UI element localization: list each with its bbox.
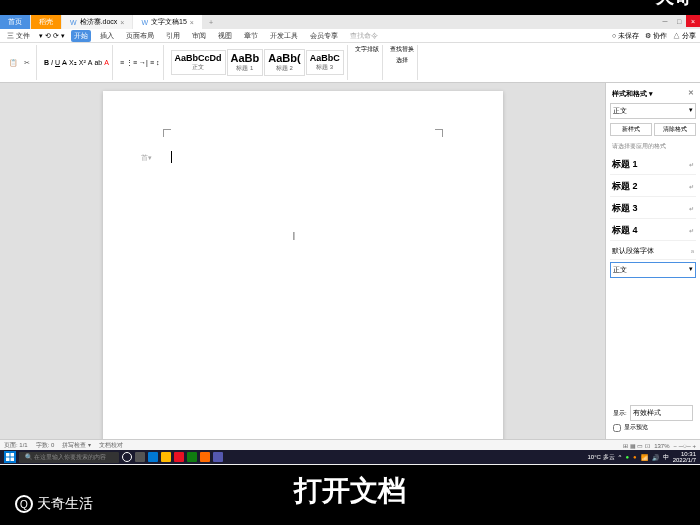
share-button[interactable]: △ 分享 (673, 31, 696, 41)
maximize-button[interactable]: □ (672, 15, 686, 27)
ime-icon[interactable]: 中 (663, 453, 669, 462)
taskbar-search[interactable]: 🔍 在这里输入你要搜索的内容 (19, 452, 119, 463)
app-window: 首页 稻壳 W检济寨.docx× W文字文稿15× + ─ □ × 三 文件 ▾… (0, 15, 700, 465)
menu-layout[interactable]: 页面布局 (123, 30, 157, 42)
tab-doc1[interactable]: W检济寨.docx× (62, 15, 132, 29)
styles-panel: 样式和格式 ▾ ✕ 正文▾ 新样式 清除格式 请选择要应用的格式 标题 1↵ 标… (605, 83, 700, 439)
volume-icon[interactable]: 🔊 (652, 454, 659, 461)
text-layout-button[interactable]: 文字排版 (355, 45, 379, 54)
network-icon[interactable]: 📶 (641, 454, 648, 461)
spellcheck-toggle[interactable]: 拼写检查 ▾ (62, 441, 91, 450)
panel-close-button[interactable]: ✕ (688, 89, 694, 99)
menu-insert[interactable]: 插入 (97, 30, 117, 42)
tray-icon[interactable]: ● (633, 454, 637, 460)
indent-button[interactable]: →| (139, 59, 148, 66)
weather-widget[interactable]: 10°C 多云 (587, 453, 614, 462)
wps-icon[interactable] (200, 452, 210, 462)
app-icon[interactable] (174, 452, 184, 462)
view-buttons[interactable]: ⊞ ▦ ▭ ⊡ (623, 442, 650, 449)
menu-ref[interactable]: 引用 (163, 30, 183, 42)
sub-button[interactable]: X₂ (69, 59, 77, 67)
menu-view[interactable]: 视图 (215, 30, 235, 42)
select-button[interactable]: 选择 (396, 56, 408, 65)
search-command[interactable]: 查找命令 (347, 30, 381, 42)
explorer-icon[interactable] (161, 452, 171, 462)
highlight-button[interactable]: ab (94, 59, 102, 66)
menu-section[interactable]: 章节 (241, 30, 261, 42)
tray-icon[interactable]: ● (625, 454, 629, 460)
document-canvas[interactable]: 首▾ I (0, 83, 605, 439)
style-heading1[interactable]: 标题 1↵ (610, 155, 696, 175)
font-color-button[interactable]: A (104, 59, 109, 66)
clear-format-button[interactable]: A (88, 59, 93, 66)
tab-doc2-active[interactable]: W文字文稿15× (133, 15, 202, 29)
video-subtitle: 打开文档 (294, 472, 406, 510)
menu-bar: 三 文件 ▾ ⟲ ⟳ ▾ 开始 插入 页面布局 引用 审阅 视图 章节 开发工具… (0, 29, 700, 43)
content-area: 首▾ I 样式和格式 ▾ ✕ 正文▾ 新样式 清除格式 请选择要应用的格式 标题… (0, 83, 700, 439)
zoom-level[interactable]: 137% (654, 443, 669, 449)
sup-button[interactable]: X² (79, 59, 86, 66)
svg-rect-2 (6, 458, 10, 462)
style-heading4[interactable]: 标题 4↵ (610, 221, 696, 241)
paste-button[interactable]: 📋 (7, 57, 19, 69)
spacing-button[interactable]: ↕ (156, 59, 160, 66)
style-body-selected[interactable]: 正文▾ (610, 262, 696, 278)
zoom-slider[interactable]: − ─○─ + (674, 443, 696, 449)
svg-rect-0 (6, 453, 10, 457)
title-bar: 首页 稻壳 W检济寨.docx× W文字文稿15× + ─ □ × (0, 15, 700, 29)
brand-watermark: Q 天奇生活 (15, 495, 93, 513)
show-label: 显示: (613, 409, 627, 418)
tray-icon[interactable]: ^ (619, 454, 622, 460)
close-icon[interactable]: × (190, 19, 194, 26)
proofing-button[interactable]: 文档校对 (99, 441, 123, 450)
close-button[interactable]: × (686, 15, 700, 27)
style-gallery[interactable]: AaBbCcDd正文 AaBb标题 1 AaBb(标题 2 AaBbC标题 3 (168, 45, 348, 80)
minimize-button[interactable]: ─ (658, 15, 672, 27)
strike-button[interactable]: A̶ (62, 59, 67, 67)
start-button[interactable] (4, 451, 16, 463)
show-filter-dropdown[interactable]: 有效样式 (630, 405, 693, 421)
bold-button[interactable]: B (44, 59, 49, 66)
find-replace-button[interactable]: 查找替换 (390, 45, 414, 54)
clock-date[interactable]: 2022/1/7 (673, 457, 696, 463)
italic-button[interactable]: I (51, 59, 53, 66)
panel-hint: 请选择要应用的格式 (610, 140, 696, 153)
close-icon[interactable]: × (120, 19, 124, 26)
menu-file[interactable]: 三 文件 (4, 30, 33, 42)
tab-home[interactable]: 首页 (0, 15, 30, 29)
menu-review[interactable]: 审阅 (189, 30, 209, 42)
margin-marker (435, 129, 443, 137)
coop-button[interactable]: ⚙ 协作 (645, 31, 667, 41)
app-icon[interactable] (187, 452, 197, 462)
ibeam-cursor-icon: I (293, 231, 296, 242)
align-button[interactable]: ≡ (150, 59, 154, 66)
style-heading3[interactable]: 标题 3↵ (610, 199, 696, 219)
clear-format-button[interactable]: 清除格式 (654, 123, 696, 136)
brand-icon: Q (15, 495, 33, 513)
new-style-button[interactable]: 新样式 (610, 123, 652, 136)
svg-rect-3 (11, 458, 15, 462)
text-cursor (171, 151, 172, 163)
style-default-font[interactable]: 默认段落字体a (610, 243, 696, 260)
menu-member[interactable]: 会员专享 (307, 30, 341, 42)
tab-docer[interactable]: 稻壳 (31, 15, 61, 29)
list-button[interactable]: ≡ (120, 59, 124, 66)
watermark-logo: 天奇 (656, 0, 692, 9)
taskview-icon[interactable] (135, 452, 145, 462)
new-tab-button[interactable]: + (203, 17, 219, 28)
preview-checkbox[interactable] (613, 424, 621, 432)
underline-button[interactable]: U (55, 59, 60, 66)
menu-dev[interactable]: 开发工具 (267, 30, 301, 42)
style-heading2[interactable]: 标题 2↵ (610, 177, 696, 197)
numlist-button[interactable]: ⋮≡ (126, 59, 137, 67)
app-icon[interactable] (213, 452, 223, 462)
cut-button[interactable]: ✂ (21, 57, 33, 69)
current-style-dropdown[interactable]: 正文▾ (610, 103, 696, 119)
menu-start[interactable]: 开始 (71, 30, 91, 42)
svg-rect-1 (11, 453, 15, 457)
cortana-icon[interactable] (122, 452, 132, 462)
edge-icon[interactable] (148, 452, 158, 462)
word-count: 字数: 0 (36, 441, 55, 450)
document-page[interactable]: 首▾ I (103, 91, 503, 439)
margin-marker (163, 129, 171, 137)
